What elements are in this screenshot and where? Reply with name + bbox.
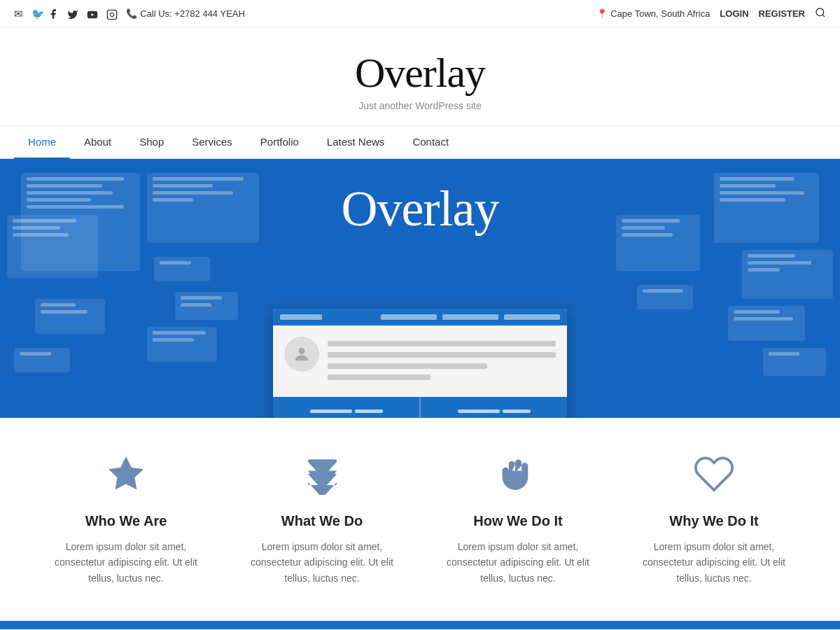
nav-item-services[interactable]: Services — [178, 126, 246, 158]
feature-icon — [245, 453, 399, 502]
search-icon[interactable] — [815, 7, 826, 20]
nav-item-latest-news[interactable]: Latest News — [313, 126, 399, 158]
mockup-browser — [273, 309, 567, 418]
mockup-lines — [328, 337, 556, 386]
phone-label: 📞 Call Us: +2782 444 YEAH — [126, 8, 245, 19]
deco-block-3 — [35, 299, 105, 334]
deco-block-10 — [742, 250, 833, 299]
deco-block-5 — [147, 173, 259, 243]
svg-point-5 — [298, 348, 304, 354]
feature-title: How We Do It — [441, 513, 595, 529]
mockup-bar-medium3 — [504, 314, 560, 320]
mockup-btn-left — [273, 397, 421, 418]
hero-mockup — [273, 309, 567, 418]
site-title: Overlay — [14, 49, 826, 97]
mockup-footer-btns — [273, 397, 567, 418]
hero-title: Overlay — [342, 180, 499, 238]
feature-text: Lorem ipsum dolor sit amet, consectetur … — [49, 539, 203, 586]
site-header: Overlay Just another WordPress site — [0, 28, 840, 126]
mockup-line-1 — [328, 341, 556, 346]
deco-block-6 — [154, 257, 210, 281]
feature-icon — [637, 453, 791, 502]
feature-item-why-we-do-it: Why We Do It Lorem ipsum dolor sit amet,… — [616, 453, 812, 586]
register-link[interactable]: REGISTER — [759, 8, 805, 19]
twitter-icon[interactable] — [67, 7, 78, 20]
feature-text: Lorem ipsum dolor sit amet, consectetur … — [441, 539, 595, 586]
location-icon: 📍 — [596, 8, 608, 19]
feature-item-how-we-do-it: How We Do It Lorem ipsum dolor sit amet,… — [420, 453, 616, 586]
feature-text: Lorem ipsum dolor sit amet, consectetur … — [637, 539, 791, 586]
mockup-avatar — [284, 337, 319, 372]
mockup-bar-short — [280, 314, 322, 320]
svg-line-4 — [822, 15, 825, 17]
deco-block-11 — [728, 306, 805, 341]
feature-title: What We Do — [245, 513, 399, 529]
mockup-line-2 — [328, 352, 556, 358]
mockup-content — [273, 326, 567, 397]
top-bar-left: ✉ 🐦 📞 Call Us: +2782 444 YEAH — [14, 7, 245, 20]
feature-title: Who We Are — [49, 513, 203, 529]
top-bar: ✉ 🐦 📞 Call Us: +2782 444 YEAH 📍 Cape Tow… — [0, 0, 840, 28]
hero-banner: Overlay — [0, 159, 840, 418]
mockup-btn-right — [421, 397, 567, 418]
mockup-bar-medium — [381, 314, 437, 320]
facebook-icon[interactable]: 🐦 — [31, 8, 59, 20]
feature-item-what-we-do: What We Do Lorem ipsum dolor sit amet, c… — [224, 453, 420, 586]
feature-text: Lorem ipsum dolor sit amet, consectetur … — [245, 539, 399, 586]
feature-item-who-we-are: Who We Are Lorem ipsum dolor sit amet, c… — [28, 453, 224, 586]
login-link[interactable]: LOGIN — [720, 8, 748, 19]
nav-item-about[interactable]: About — [70, 126, 125, 158]
deco-block-14 — [637, 285, 693, 309]
mockup-toolbar — [273, 309, 567, 326]
deco-block-12 — [763, 348, 826, 376]
youtube-icon[interactable] — [87, 7, 98, 20]
deco-block-2 — [7, 215, 98, 278]
footer-bar — [0, 621, 840, 629]
deco-block-7 — [175, 292, 238, 320]
nav-item-shop[interactable]: Shop — [125, 126, 178, 158]
feature-title: Why We Do It — [637, 513, 791, 529]
top-bar-right: 📍 Cape Town, South Africa LOGIN REGISTER — [596, 7, 826, 20]
deco-block-4 — [14, 348, 70, 372]
mail-icon[interactable]: ✉ — [14, 8, 23, 20]
nav-item-portfolio[interactable]: Portfolio — [246, 126, 313, 158]
svg-rect-7 — [309, 459, 335, 464]
site-tagline: Just another WordPress site — [14, 100, 826, 111]
mockup-bar-medium2 — [442, 314, 498, 320]
main-nav: HomeAboutShopServicesPortfolioLatest New… — [0, 126, 840, 159]
svg-marker-8 — [307, 470, 336, 490]
nav-item-home[interactable]: Home — [14, 126, 70, 159]
mockup-line-4 — [328, 374, 430, 380]
mockup-line-3 — [328, 363, 487, 369]
deco-block-9 — [714, 173, 819, 243]
svg-point-3 — [816, 8, 824, 16]
phone-icon: 📞 — [126, 8, 137, 19]
instagram-icon[interactable] — [106, 7, 118, 20]
nav-item-contact[interactable]: Contact — [398, 126, 463, 158]
deco-block-8 — [147, 327, 217, 362]
location-label: 📍 Cape Town, South Africa — [596, 8, 710, 19]
svg-rect-1 — [108, 10, 117, 19]
feature-icon — [441, 453, 595, 502]
features-section: Who We Are Lorem ipsum dolor sit amet, c… — [0, 418, 840, 621]
deco-block-13 — [616, 215, 700, 271]
svg-marker-6 — [108, 456, 144, 490]
feature-icon — [49, 453, 203, 502]
